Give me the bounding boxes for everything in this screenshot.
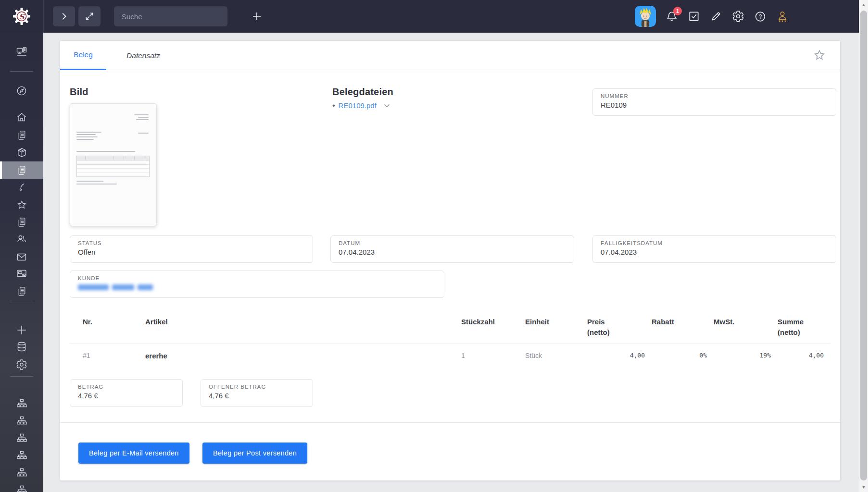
- user-avatar[interactable]: [635, 6, 656, 27]
- tab-beleg-label: Beleg: [74, 50, 93, 59]
- file-options-toggle[interactable]: [383, 101, 391, 110]
- gear-icon: [16, 359, 27, 370]
- chevron-right-icon: [59, 11, 69, 22]
- sidebar-item-orgchart-4[interactable]: [0, 447, 43, 464]
- swoosh-arrow-icon: [16, 182, 27, 193]
- sidebar-item-favorites[interactable]: [0, 196, 43, 213]
- status-value: Offen: [78, 248, 305, 256]
- sidebar-item-swoosh[interactable]: [0, 179, 43, 196]
- help-button[interactable]: ?: [754, 10, 767, 23]
- nav-forward-button[interactable]: [53, 6, 75, 26]
- send-post-button[interactable]: Beleg per Post versenden: [202, 443, 307, 464]
- cell-nr: #1: [83, 352, 145, 359]
- tab-datensatz[interactable]: Datensatz: [117, 41, 170, 70]
- sidebar-item-workstation[interactable]: [0, 43, 43, 61]
- org-chart-icon: [16, 467, 27, 479]
- cell-artikel: ererhe: [145, 352, 461, 360]
- favorite-button[interactable]: [812, 48, 827, 62]
- cell-rabatt: 0%: [652, 352, 714, 359]
- plus-icon: [251, 11, 263, 22]
- sidebar-item-compass[interactable]: [0, 82, 43, 99]
- people-icon: [16, 233, 27, 245]
- offener-betrag-value: 4,76 €: [209, 392, 305, 400]
- sidebar-item-contacts[interactable]: [0, 230, 43, 247]
- avatar-image: [635, 6, 656, 27]
- kunde-field[interactable]: KUNDE: [70, 271, 444, 298]
- svg-text:★★★: ★★★: [778, 19, 787, 23]
- datum-field[interactable]: DATUM 07.04.2023: [330, 235, 574, 263]
- status-label: STATUS: [78, 240, 305, 246]
- add-new-button[interactable]: [247, 6, 266, 26]
- sidebar-item-package[interactable]: [0, 144, 43, 161]
- chevron-down-icon: [383, 101, 391, 110]
- sidebar-item-documents[interactable]: [0, 126, 43, 144]
- status-field[interactable]: STATUS Offen: [70, 235, 313, 263]
- scroll-down-arrow[interactable]: ▼: [859, 483, 868, 491]
- kunde-value-redacted[interactable]: [78, 284, 436, 290]
- page-scrollbar[interactable]: ▲ ▼: [859, 0, 868, 492]
- offener-betrag-field[interactable]: OFFENER BETRAG 4,76 €: [201, 379, 313, 407]
- sidebar-item-document[interactable]: [0, 213, 43, 231]
- notifications-button[interactable]: 1: [666, 10, 678, 23]
- beleg-thumbnail[interactable]: [70, 103, 157, 226]
- nummer-label: NUMMER: [601, 93, 828, 99]
- beleg-detail-card: Beleg Datensatz Bild: [60, 41, 840, 480]
- org-chart-icon: [16, 398, 27, 409]
- sidebar-item-orgchart-2[interactable]: [0, 412, 43, 430]
- thumbnail-preview-image: [70, 104, 156, 226]
- list-bullet: •: [332, 102, 335, 110]
- col-header-stueckzahl: Stückzahl: [461, 317, 525, 327]
- scrollbar-thumb[interactable]: [860, 11, 867, 480]
- betrag-field[interactable]: BETRAG 4,76 €: [70, 379, 183, 407]
- table-row: #1 ererhe 1 Stück 4,00 0% 19% 4,00: [70, 344, 830, 360]
- workstation-icon: [16, 46, 27, 58]
- sidebar: [0, 33, 43, 492]
- search-input[interactable]: [114, 6, 227, 26]
- sidebar-item-orgchart-3[interactable]: [0, 430, 43, 447]
- faelligkeitsdatum-field[interactable]: FÄLLIGKEITSDATUM 07.04.2023: [592, 235, 836, 263]
- sidebar-item-payments[interactable]: [0, 265, 43, 282]
- sidebar-item-home[interactable]: [0, 109, 43, 126]
- tab-beleg[interactable]: Beleg: [60, 41, 106, 70]
- sidebar-item-orgchart-5[interactable]: [0, 464, 43, 481]
- plus-icon: [15, 324, 28, 336]
- document-icon: [16, 286, 27, 297]
- document-icon: [16, 217, 27, 228]
- sidebar-item-settings[interactable]: [0, 356, 43, 373]
- gear-icon: [732, 10, 744, 23]
- topbar: S: [0, 0, 868, 33]
- checkbox-icon: [688, 10, 700, 23]
- account-button[interactable]: ★★★: [776, 10, 789, 23]
- org-chart-icon: [16, 433, 27, 444]
- table-header-row: Nr. Artikel Stückzahl Einheit Preis (net…: [70, 310, 830, 344]
- app-logo: S: [0, 0, 43, 33]
- sidebar-item-orgchart-6[interactable]: [0, 481, 43, 492]
- col-header-einheit: Einheit: [525, 317, 587, 327]
- faelligkeitsdatum-value: 07.04.2023: [601, 248, 828, 256]
- positions-table: Nr. Artikel Stückzahl Einheit Preis (net…: [70, 310, 830, 360]
- documents-icon: [16, 165, 27, 176]
- nummer-value: RE0109: [601, 101, 828, 109]
- scroll-up-arrow[interactable]: ▲: [859, 1, 868, 9]
- home-icon: [16, 111, 27, 123]
- sidebar-item-add[interactable]: [0, 321, 43, 339]
- org-chart-icon: [16, 450, 27, 461]
- nummer-field[interactable]: NUMMER RE0109: [592, 88, 836, 116]
- betrag-label: BETRAG: [78, 384, 175, 390]
- file-link[interactable]: RE0109.pdf: [339, 101, 377, 110]
- documents-icon: [16, 130, 27, 141]
- col-header-preis-netto: Preis (netto): [587, 317, 652, 338]
- send-email-button[interactable]: Beleg per E-Mail versenden: [78, 443, 189, 464]
- sidebar-item-document-2[interactable]: [0, 283, 43, 300]
- sidebar-item-database[interactable]: [0, 338, 43, 356]
- settings-button[interactable]: [732, 10, 744, 23]
- expand-window-button[interactable]: [78, 6, 101, 26]
- sidebar-item-belege-active[interactable]: [0, 161, 43, 179]
- tasks-button[interactable]: [688, 10, 700, 23]
- col-header-summe-netto: Summe (netto): [778, 317, 830, 338]
- svg-text:S: S: [19, 12, 25, 21]
- edit-button[interactable]: [710, 10, 722, 23]
- sidebar-item-mail[interactable]: [0, 248, 43, 266]
- sidebar-item-orgchart-1[interactable]: [0, 395, 43, 412]
- expand-arrows-icon: [85, 12, 94, 21]
